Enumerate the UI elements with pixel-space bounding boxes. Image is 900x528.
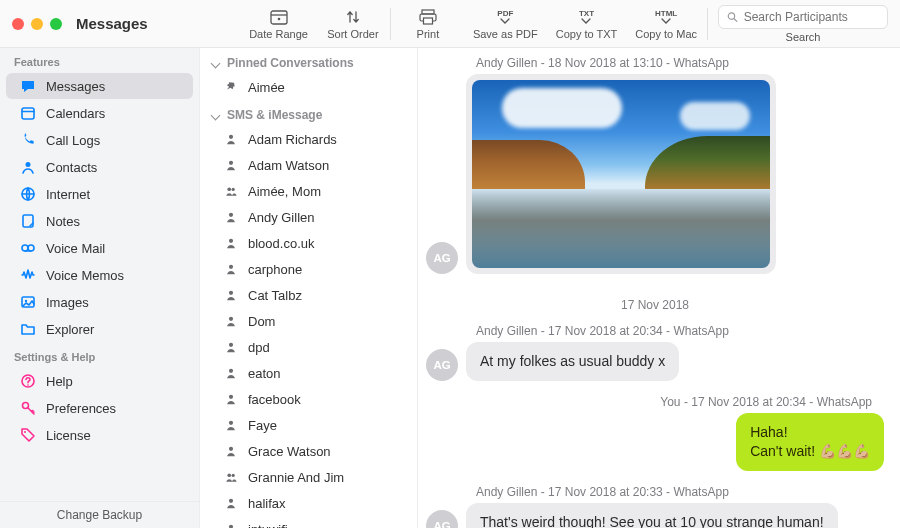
conversation-item[interactable]: facebook xyxy=(200,386,417,412)
svg-point-37 xyxy=(232,474,235,477)
conversation-item[interactable]: intuwifi xyxy=(200,516,417,528)
folder-icon xyxy=(20,321,36,337)
print-button[interactable]: Print xyxy=(401,8,455,40)
sms-section-toggle[interactable]: SMS & iMessage xyxy=(200,100,417,126)
settings-section-label: Settings & Help xyxy=(0,343,199,367)
landscape-photo xyxy=(472,80,770,268)
conversation-label: Dom xyxy=(248,314,275,329)
sidebar-item-notes[interactable]: Notes xyxy=(6,208,193,234)
conversation-item[interactable]: Faye xyxy=(200,412,417,438)
sidebar-item-help[interactable]: Help xyxy=(6,368,193,394)
help-icon xyxy=(20,373,36,389)
svg-rect-5 xyxy=(423,18,432,24)
avatar: AG xyxy=(426,510,458,528)
conversation-item[interactable]: blood.co.uk xyxy=(200,230,417,256)
fullscreen-window-button[interactable] xyxy=(50,18,62,30)
message-bubble-incoming[interactable]: At my folkes as usual buddy x xyxy=(466,342,679,381)
conversation-label: dpd xyxy=(248,340,270,355)
date-range-button[interactable]: Date Range xyxy=(249,8,308,40)
conversation-label: intuwifi xyxy=(248,522,288,529)
person-icon xyxy=(224,339,238,355)
conversation-item[interactable]: Andy Gillen xyxy=(200,204,417,230)
sidebar-item-images[interactable]: Images xyxy=(6,289,193,315)
message-row: AG At my folkes as usual buddy x xyxy=(426,342,884,381)
sidebar: Features MessagesCalendarsCall LogsConta… xyxy=(0,48,200,528)
svg-point-27 xyxy=(229,239,233,243)
calendar-icon xyxy=(270,8,288,26)
person-icon xyxy=(224,287,238,303)
contact-icon xyxy=(20,159,36,175)
search-participants-input[interactable] xyxy=(718,5,888,29)
pinned-section-toggle[interactable]: Pinned Conversations xyxy=(200,48,417,74)
date-divider: 17 Nov 2018 xyxy=(426,288,884,322)
conversation-item[interactable]: Grace Watson xyxy=(200,438,417,464)
save-pdf-button[interactable]: PDF Save as PDF xyxy=(473,8,538,40)
chat-transcript[interactable]: Andy Gillen - 18 Nov 2018 at 13:10 - Wha… xyxy=(418,48,900,528)
sort-icon xyxy=(345,8,361,26)
sidebar-item-preferences[interactable]: Preferences xyxy=(6,395,193,421)
conversation-item[interactable]: Adam Watson xyxy=(200,152,417,178)
sidebar-item-contacts[interactable]: Contacts xyxy=(6,154,193,180)
conversation-item[interactable]: Aimée xyxy=(200,74,417,100)
close-window-button[interactable] xyxy=(12,18,24,30)
sidebar-item-calendars[interactable]: Calendars xyxy=(6,100,193,126)
sidebar-item-license[interactable]: License xyxy=(6,422,193,448)
copy-txt-button[interactable]: TXT Copy to TXT xyxy=(556,8,618,40)
sidebar-item-label: Voice Memos xyxy=(46,268,124,283)
sidebar-item-label: Explorer xyxy=(46,322,94,337)
copy-mac-button[interactable]: HTML Copy to Mac xyxy=(635,8,697,40)
conversation-item[interactable]: Dom xyxy=(200,308,417,334)
change-backup-button[interactable]: Change Backup xyxy=(0,501,199,528)
conversation-item[interactable]: eaton xyxy=(200,360,417,386)
message-bubble-incoming[interactable]: That's weird though! See you at 10 you s… xyxy=(466,503,838,528)
svg-line-7 xyxy=(734,18,737,21)
sidebar-item-internet[interactable]: Internet xyxy=(6,181,193,207)
tag-icon xyxy=(20,427,36,443)
sidebar-item-voice-memos[interactable]: Voice Memos xyxy=(6,262,193,288)
sidebar-item-label: Preferences xyxy=(46,401,116,416)
minimize-window-button[interactable] xyxy=(31,18,43,30)
svg-point-23 xyxy=(229,161,233,165)
svg-point-19 xyxy=(27,384,29,386)
pdf-icon: PDF xyxy=(497,8,513,26)
sidebar-item-label: Notes xyxy=(46,214,80,229)
wave-icon xyxy=(20,267,36,283)
person-icon xyxy=(224,157,238,173)
sidebar-item-explorer[interactable]: Explorer xyxy=(6,316,193,342)
conversation-item[interactable]: dpd xyxy=(200,334,417,360)
conversation-item[interactable]: Grannie And Jim xyxy=(200,464,417,490)
phone-icon xyxy=(20,132,36,148)
conversation-item[interactable]: halifax xyxy=(200,490,417,516)
message-bubble-outgoing[interactable]: Haha! Can't wait! 💪🏼💪🏼💪🏼 xyxy=(736,413,884,471)
image-icon xyxy=(20,294,36,310)
person-icon xyxy=(224,443,238,459)
conversation-label: Grace Watson xyxy=(248,444,331,459)
svg-point-24 xyxy=(227,187,231,191)
conversation-item[interactable]: carphone xyxy=(200,256,417,282)
message-row: AG xyxy=(426,74,884,274)
sidebar-item-label: Messages xyxy=(46,79,105,94)
svg-rect-3 xyxy=(422,10,434,14)
svg-rect-0 xyxy=(271,11,287,24)
sidebar-item-label: Voice Mail xyxy=(46,241,105,256)
search-label: Search xyxy=(786,31,821,43)
sidebar-item-messages[interactable]: Messages xyxy=(6,73,193,99)
sidebar-item-label: Help xyxy=(46,374,73,389)
sidebar-item-call-logs[interactable]: Call Logs xyxy=(6,127,193,153)
message-meta: You - 17 Nov 2018 at 20:34 - WhatsApp xyxy=(476,395,872,409)
conversation-item[interactable]: Cat Talbz xyxy=(200,282,417,308)
image-attachment[interactable] xyxy=(466,74,776,274)
sidebar-item-label: License xyxy=(46,428,91,443)
conversation-label: Aimée xyxy=(248,80,285,95)
conversation-item[interactable]: Aimée, Mom xyxy=(200,178,417,204)
sidebar-item-voice-mail[interactable]: Voice Mail xyxy=(6,235,193,261)
message-meta: Andy Gillen - 17 Nov 2018 at 20:33 - Wha… xyxy=(476,485,884,499)
message-meta: Andy Gillen - 18 Nov 2018 at 13:10 - Wha… xyxy=(476,56,884,70)
conversation-item[interactable]: Adam Richards xyxy=(200,126,417,152)
avatar: AG xyxy=(426,349,458,381)
person-icon xyxy=(224,235,238,251)
conversation-list[interactable]: Pinned Conversations Aimée SMS & iMessag… xyxy=(200,48,418,528)
sort-order-button[interactable]: Sort Order xyxy=(326,8,380,40)
person-icon xyxy=(224,495,238,511)
conversation-label: Aimée, Mom xyxy=(248,184,321,199)
